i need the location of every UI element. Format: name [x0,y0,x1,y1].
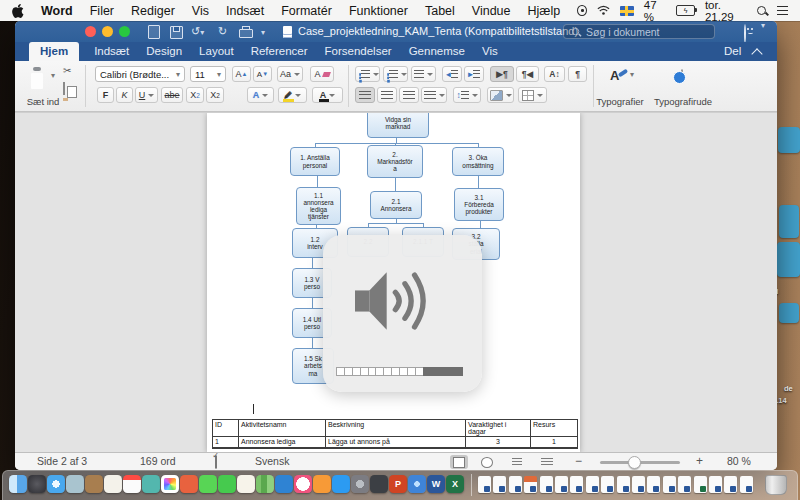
dock-itunes-icon[interactable] [294,475,312,493]
tab-gennemse[interactable]: Gennemse [407,42,467,61]
dock-minimized-doc-icon[interactable] [509,476,522,493]
bold-button[interactable]: F [97,87,114,103]
table-header-cell[interactable]: ID [213,420,239,437]
sort-button[interactable]: A↕ [544,66,565,82]
table-cell[interactable]: Annonsera lediga [239,437,326,448]
table-header-cell[interactable]: Beskrivning [326,420,466,437]
highlight-color-button[interactable]: 🖉 [278,87,307,103]
decrease-indent-button[interactable]: ◂ [442,66,462,82]
dock-ibooks-icon[interactable] [313,475,331,493]
dock-minimized-doc-icon[interactable] [724,476,737,493]
font-size-select[interactable]: 11▾ [190,66,226,82]
dock-minimized-doc-icon[interactable] [694,476,707,493]
chart-box[interactable]: 2. Marknadsför a [367,145,423,178]
spellcheck-icon[interactable] [215,455,217,469]
language-indicator[interactable]: Svensk [255,453,289,470]
menu-tabel[interactable]: Tabel [425,4,455,18]
menu-hjaelp[interactable]: Hjælp [528,4,561,18]
font-color-button[interactable]: A [312,87,343,103]
tab-vis[interactable]: Vis [480,42,500,61]
menu-vis[interactable]: Vis [192,4,209,18]
menu-clock[interactable]: tor. 21.29 [705,0,746,23]
table-header-cell[interactable]: Varaktighet i dagar [466,420,531,437]
borders-button[interactable] [518,87,547,103]
dock-preview-icon[interactable] [66,475,84,493]
strikethrough-button[interactable]: abe [161,87,183,103]
dock-minimized-doc-icon[interactable] [586,476,599,493]
dock-system-preferences-icon[interactable] [351,475,369,493]
numbering-button[interactable] [383,66,408,82]
table-cell[interactable]: 1 [531,437,577,448]
copy-icon[interactable] [63,82,65,95]
web-layout-view-button[interactable] [478,455,496,469]
dock-calendar-icon[interactable] [123,475,141,493]
dock-minimized-doc-icon[interactable] [540,476,553,493]
line-spacing-button[interactable]: ↕ [453,87,481,103]
dock-keynote-icon[interactable] [275,475,293,493]
table-header-cell[interactable]: Aktivitetsnamn [239,420,326,437]
dock-pages-icon[interactable] [237,475,255,493]
menu-indsaet[interactable]: Indsæt [226,4,264,18]
show-paragraph-marks-button[interactable]: ¶ [568,66,587,82]
italic-button[interactable]: K [116,87,133,103]
word-count[interactable]: 169 ord [140,453,176,470]
cut-icon[interactable]: ✂ [63,65,71,76]
tab-hjem[interactable]: Hjem [29,42,79,61]
menu-word[interactable]: Word [41,4,73,18]
dock-launchpad-icon[interactable] [28,475,46,493]
dock-excel-icon[interactable]: X [446,475,464,493]
dock-minimized-doc-icon[interactable] [647,476,660,493]
search-field[interactable]: Søg i dokument [563,24,715,39]
dock-contacts-icon[interactable] [142,475,160,493]
menu-funktioner[interactable]: Funktioner [349,4,408,18]
page-count[interactable]: Side 2 af 3 [37,453,87,470]
paste-dropdown-icon[interactable]: ▾ [51,71,55,80]
increase-indent-button[interactable]: ▸ [464,66,484,82]
dock-textedit-icon[interactable] [104,475,122,493]
print-layout-view-button[interactable] [450,455,468,469]
dock-minimized-doc-icon[interactable] [617,476,630,493]
share-button[interactable]: Del [724,42,741,61]
rtl-paragraph-button[interactable]: ¶◀ [516,66,539,82]
chart-box[interactable]: 3. Öka omsättning [452,147,504,176]
activity-table[interactable]: ID Aktivitetsnamn Beskrivning Varaktighe… [212,419,578,449]
chart-box[interactable]: 1.1 annonsera lediga tjänster [296,187,341,225]
chart-box[interactable]: Vidga sin marknad [367,112,429,138]
trash-icon[interactable] [765,475,787,495]
styles-pane-button[interactable] [681,69,683,82]
dock-app-store-icon[interactable] [332,475,350,493]
align-right-button[interactable] [399,87,419,103]
zoom-slider-knob[interactable] [628,456,641,469]
chart-box[interactable]: 2.1 Annonsera [370,191,422,219]
dock-maps-icon[interactable] [408,475,426,493]
ltr-paragraph-button[interactable]: ▶¶ [490,66,514,82]
minimize-window-button[interactable] [102,26,113,37]
subscript-button[interactable]: X2 [186,87,204,103]
collapse-ribbon-icon[interactable] [751,48,762,59]
dock-minimized-doc-icon[interactable] [663,476,676,493]
dock-minimized-doc-icon[interactable] [524,476,537,493]
feedback-smiley-icon[interactable] [744,24,746,43]
status-menu-extra-icon[interactable] [577,5,587,16]
tab-layout[interactable]: Layout [197,42,236,61]
dock-finder-icon[interactable] [9,475,27,493]
wifi-icon[interactable] [597,5,610,16]
save-icon[interactable] [170,26,183,39]
dock-minimized-doc-icon[interactable] [709,476,722,493]
dock-minimized-doc-icon[interactable] [493,476,506,493]
close-window-button[interactable] [85,26,96,37]
styles-dropdown-icon[interactable]: ▾ [630,70,634,79]
desktop-file-icon[interactable] [779,303,799,323]
table-header-cell[interactable]: Resurs [531,420,577,437]
chart-box[interactable]: 3.1 Förbereda produkter [454,188,504,221]
tab-indsaet[interactable]: Indsæt [92,42,131,61]
table-cell[interactable]: 1 [213,437,239,448]
underline-button[interactable]: U [135,87,158,103]
new-document-icon[interactable] [148,25,160,39]
dock-mail-icon[interactable] [180,475,198,493]
font-name-select[interactable]: Calibri (Brødte...▾ [95,66,185,82]
superscript-button[interactable]: X2 [206,87,224,103]
battery-icon[interactable]: ϟ [676,5,694,16]
shading-button[interactable] [487,87,514,103]
zoom-in-button[interactable]: + [696,453,703,470]
